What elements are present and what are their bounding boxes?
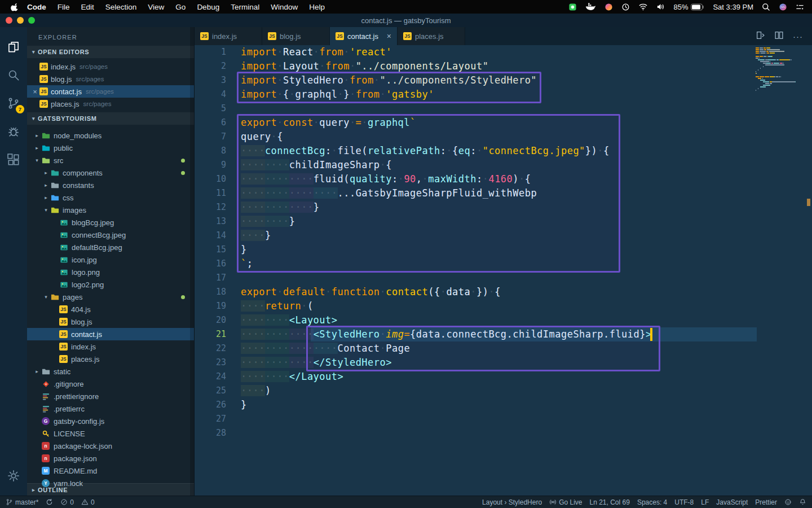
- tree-item-static[interactable]: ▸static: [27, 365, 194, 378]
- tree-item-icon.jpg[interactable]: icon.jpg: [27, 253, 194, 266]
- zoom-button[interactable]: [28, 17, 35, 24]
- settings-gear-icon[interactable]: [0, 462, 27, 490]
- tree-item-.gitignore[interactable]: .gitignore: [27, 378, 194, 390]
- battery-indicator[interactable]: 85%: [673, 3, 704, 11]
- tree-item-constants[interactable]: ▸constants: [27, 179, 194, 191]
- control-center-icon[interactable]: [796, 3, 804, 11]
- debug-icon[interactable]: [0, 117, 27, 146]
- open-editor-index.js[interactable]: JSindex.jssrc/pages: [27, 60, 194, 73]
- tree-item-README.md[interactable]: MREADME.md: [27, 465, 194, 477]
- tab-places.js[interactable]: JSplaces.js: [398, 27, 465, 45]
- tree-item-pages[interactable]: ▾pages: [27, 291, 194, 303]
- open-changes-icon[interactable]: [756, 30, 765, 42]
- tree-item-404.js[interactable]: JS404.js: [27, 303, 194, 316]
- tree-item-index.js[interactable]: JSindex.js: [27, 340, 194, 353]
- minimize-button[interactable]: [17, 17, 24, 24]
- menu-go[interactable]: Go: [170, 3, 191, 11]
- tab-close-icon[interactable]: ×: [387, 32, 391, 41]
- extensions-icon[interactable]: [0, 146, 27, 174]
- tab-index.js[interactable]: JSindex.js: [195, 27, 262, 45]
- tree-item-logo.png[interactable]: logo.png: [27, 266, 194, 278]
- code-line-26[interactable]: }: [241, 398, 247, 412]
- status-javascript[interactable]: JavaScript: [716, 498, 748, 506]
- split-editor-icon[interactable]: [774, 30, 784, 42]
- tab-contact.js[interactable]: JScontact.js×: [330, 27, 398, 45]
- menu-code[interactable]: Code: [21, 3, 52, 11]
- tree-item-blogBcg.jpeg[interactable]: blogBcg.jpeg: [27, 216, 194, 229]
- spotlight-icon[interactable]: [762, 3, 770, 11]
- status-ln-21-col-69[interactable]: Ln 21, Col 69: [590, 498, 630, 506]
- menubar-clock[interactable]: Sat 3:39 PM: [713, 3, 753, 11]
- code-line-25[interactable]: ····): [241, 384, 271, 398]
- outline-header[interactable]: ▸ OUTLINE: [27, 483, 194, 496]
- status-prettier[interactable]: Prettier: [755, 498, 777, 506]
- time-machine-icon[interactable]: [621, 3, 630, 11]
- menu-view[interactable]: View: [142, 3, 170, 11]
- menu-selection[interactable]: Selection: [100, 3, 143, 11]
- status-smiley[interactable]: [784, 498, 792, 506]
- menu-debug[interactable]: Debug: [191, 3, 225, 11]
- status-sync[interactable]: [46, 498, 53, 506]
- tree-item-blog.js[interactable]: JSblog.js: [27, 316, 194, 328]
- apple-menu-icon[interactable]: [8, 2, 21, 12]
- more-actions-icon[interactable]: ···: [793, 32, 803, 41]
- sidebar-scrollbar[interactable]: [190, 27, 194, 496]
- close-editor-icon[interactable]: ×: [30, 87, 39, 96]
- tree-item-src[interactable]: ▾src: [27, 154, 194, 167]
- status-0[interactable]: 0: [60, 498, 74, 506]
- window-titlebar[interactable]: contact.js — gatsbyTourism: [0, 14, 812, 27]
- code-line-24[interactable]: ········</Layout>: [241, 370, 343, 384]
- siri-icon[interactable]: [779, 3, 787, 11]
- status-go-live[interactable]: Go Live: [549, 498, 582, 506]
- code-line-19[interactable]: ····return·(: [241, 299, 314, 313]
- close-button[interactable]: [6, 17, 12, 24]
- code-token: return: [265, 300, 301, 312]
- code-line-1[interactable]: import·React·from·'react': [241, 45, 392, 59]
- menubar-app-icon[interactable]: [568, 3, 577, 11]
- status-master[interactable]: master*: [6, 498, 38, 506]
- tree-item-.prettierrc[interactable]: .prettierrc: [27, 402, 194, 415]
- menu-terminal[interactable]: Terminal: [225, 3, 265, 11]
- status-lf[interactable]: LF: [701, 498, 709, 506]
- tree-item-components[interactable]: ▸components: [27, 167, 194, 179]
- tree-item-node_modules[interactable]: ▸node_modules: [27, 129, 194, 142]
- source-control-icon[interactable]: 7: [0, 89, 27, 117]
- open-editors-header[interactable]: ▾ OPEN EDITORS: [27, 46, 194, 58]
- tree-item-package.json[interactable]: npackage.json: [27, 452, 194, 465]
- color-wheel-icon[interactable]: [604, 3, 613, 11]
- status-0[interactable]: 0: [81, 498, 95, 506]
- volume-icon[interactable]: [656, 3, 665, 11]
- tree-item-package-lock.json[interactable]: npackage-lock.json: [27, 440, 194, 452]
- tree-item-images[interactable]: ▾images: [27, 204, 194, 216]
- project-header[interactable]: ▾ GATSBYTOURISM: [27, 112, 194, 125]
- tab-blog.js[interactable]: JSblog.js: [262, 27, 330, 45]
- menu-window[interactable]: Window: [265, 3, 303, 11]
- tree-item-contact.js[interactable]: JScontact.js: [27, 328, 194, 340]
- open-editor-blog.js[interactable]: JSblog.jssrc/pages: [27, 73, 194, 85]
- code-line-18[interactable]: export·default·function·contact({·data·}…: [241, 285, 501, 299]
- tree-item-css[interactable]: ▸css: [27, 191, 194, 204]
- open-editor-places.js[interactable]: JSplaces.jssrc/pages: [27, 98, 194, 110]
- tree-item-public[interactable]: ▸public: [27, 142, 194, 154]
- tree-item-places.js[interactable]: JSplaces.js: [27, 353, 194, 365]
- docker-whale-icon[interactable]: [585, 3, 596, 11]
- tree-item-logo2.png[interactable]: logo2.png: [27, 278, 194, 291]
- minimap[interactable]: [756, 47, 804, 95]
- open-editor-contact.js[interactable]: ×JScontact.jssrc/pages: [27, 85, 194, 98]
- status-layout-styledhero[interactable]: Layout › StyledHero: [482, 498, 542, 506]
- wifi-icon[interactable]: [638, 3, 648, 11]
- menu-file[interactable]: File: [52, 3, 76, 11]
- tree-item-defaultBcg.jpeg[interactable]: defaultBcg.jpeg: [27, 241, 194, 253]
- status-bell[interactable]: [799, 498, 806, 506]
- tree-item-.prettierignore[interactable]: .prettierignore: [27, 390, 194, 402]
- menu-help[interactable]: Help: [303, 3, 330, 11]
- tree-item-gatsby-config.js[interactable]: Ggatsby-config.js: [27, 415, 194, 427]
- explorer-icon[interactable]: [0, 33, 27, 61]
- search-icon[interactable]: [0, 61, 27, 89]
- status-utf-8[interactable]: UTF-8: [674, 498, 694, 506]
- code-editor[interactable]: 1import·React·from·'react'2import·Layout…: [195, 45, 812, 496]
- menu-edit[interactable]: Edit: [76, 3, 100, 11]
- tree-item-connectBcg.jpeg[interactable]: connectBcg.jpeg: [27, 229, 194, 241]
- tree-item-LICENSE[interactable]: LICENSE: [27, 427, 194, 440]
- status-spaces-4[interactable]: Spaces: 4: [637, 498, 667, 506]
